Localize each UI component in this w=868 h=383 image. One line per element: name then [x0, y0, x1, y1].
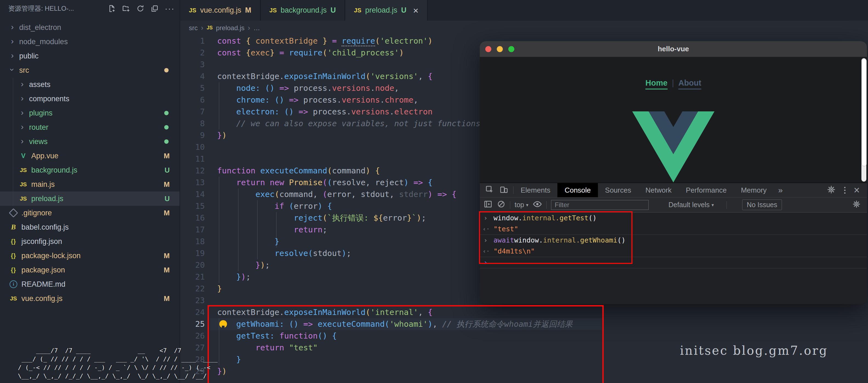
devtools-tab-network[interactable]: Network	[638, 183, 679, 197]
code-token: require	[342, 36, 375, 47]
code-token: {	[246, 36, 255, 46]
tree-item-label: App.vue	[31, 152, 58, 160]
code-token: (	[308, 248, 313, 258]
breadcrumb-separator: ›	[201, 24, 204, 32]
git-status-badge: M	[164, 209, 170, 217]
devtools-tab-memory[interactable]: Memory	[734, 183, 774, 197]
code-token: =	[327, 36, 342, 46]
devtools-tab-performance[interactable]: Performance	[679, 183, 734, 197]
close-icon[interactable]: ×	[413, 6, 418, 15]
tree-item-babel.config.js[interactable]: Bbabel.config.js	[0, 220, 180, 234]
chevron-right-icon: ›	[8, 22, 17, 32]
json-icon: {}	[11, 266, 16, 273]
code-token: ,	[418, 71, 428, 81]
code-text: }	[217, 236, 279, 247]
code-token	[217, 107, 236, 116]
code-token: }	[318, 36, 327, 46]
tree-item-node_modules[interactable]: ›node_modules	[0, 35, 180, 49]
code-token: (	[322, 48, 327, 57]
code-token: (	[322, 178, 327, 187]
line-number: 18	[180, 236, 205, 247]
code-token: (	[322, 189, 327, 199]
collapse-folders-icon[interactable]	[151, 4, 159, 12]
code-token: executeCommand	[260, 166, 327, 175]
page-scrollbar[interactable]	[861, 58, 866, 182]
more-tabs-icon[interactable]: »	[774, 183, 787, 197]
devtools-tab-console[interactable]: Console	[557, 183, 598, 197]
page-scrollbar-thumb[interactable]	[862, 59, 867, 166]
devtools-close-icon[interactable]: ×	[854, 185, 860, 195]
tree-item-dist_electron[interactable]: ›dist_electron	[0, 20, 180, 35]
breadcrumb-file[interactable]: preload.js	[216, 24, 245, 32]
code-token: {	[452, 189, 457, 199]
new-folder-icon[interactable]	[122, 4, 130, 12]
nav-link-about[interactable]: About	[678, 79, 701, 89]
devtools-settings-icon[interactable]	[827, 185, 836, 195]
tree-item-src[interactable]: ›src	[0, 63, 180, 77]
devtools-tab-sources[interactable]: Sources	[598, 183, 638, 197]
console-filter-input[interactable]	[551, 200, 649, 210]
console-sidebar-icon[interactable]	[484, 200, 492, 210]
code-token	[217, 213, 293, 223]
git-status-badge: M	[164, 252, 170, 260]
editor-tab-background.js[interactable]: JSbackground.jsU	[261, 0, 345, 21]
eye-icon[interactable]	[533, 200, 542, 210]
console-settings-icon[interactable]	[852, 200, 861, 210]
code-token: command	[332, 166, 366, 175]
devtools-tab-elements[interactable]: Elements	[514, 183, 557, 197]
tree-item-assets[interactable]: ›assets	[0, 77, 180, 92]
window-titlebar[interactable]: hello-vue	[480, 41, 867, 57]
tree-item-background.js[interactable]: JSbackground.jsU	[0, 163, 180, 177]
code-token: (	[366, 71, 370, 81]
inspect-element-icon[interactable]	[485, 185, 494, 195]
no-issues-badge[interactable]: No Issues	[742, 200, 782, 210]
editor-tab-vue.config.js[interactable]: JSvue.config.jsM	[180, 0, 261, 21]
chevron-right-icon: ›	[18, 93, 26, 103]
info-file-icon: i	[8, 281, 19, 288]
refresh-icon[interactable]	[136, 4, 145, 12]
code-token: electron	[394, 107, 433, 116]
tree-item-components[interactable]: ›components	[0, 92, 180, 106]
tree-item-main.js[interactable]: JSmain.jsM	[0, 177, 180, 192]
chevron-right-icon: ›	[18, 79, 26, 89]
devtools-menu-icon[interactable]	[844, 187, 845, 194]
credit-watermark: initsec blog.gm7.org	[680, 344, 828, 357]
tree-item-README.md[interactable]: iREADME.md	[0, 277, 180, 291]
new-file-icon[interactable]	[108, 4, 116, 12]
tree-item-.gitignore[interactable]: .gitignoreM	[0, 206, 180, 220]
tree-item-App.vue[interactable]: VApp.vueM	[0, 149, 180, 163]
line-number: 20	[180, 259, 205, 271]
tree-item-public[interactable]: ›public	[0, 49, 180, 63]
context-selector[interactable]: top ▾	[515, 201, 528, 209]
tree-item-package.json[interactable]: {}package.jsonM	[0, 263, 180, 277]
code-token: =>	[408, 178, 428, 187]
editor-tab-preload.js[interactable]: JSpreload.jsU×	[345, 0, 428, 21]
code-token: electron:	[236, 107, 284, 116]
tree-item-views[interactable]: ›views	[0, 135, 180, 149]
breadcrumb-symbol[interactable]: …	[253, 24, 260, 32]
js-file-icon: JS	[207, 25, 213, 31]
code-token: }	[236, 272, 241, 282]
clear-console-icon[interactable]	[497, 200, 505, 210]
tree-item-router[interactable]: ›router	[0, 120, 180, 135]
breadcrumb-folder[interactable]: src	[189, 24, 198, 32]
nav-link-home[interactable]: Home	[645, 79, 668, 89]
code-token: (	[322, 213, 327, 223]
tree-item-label: views	[29, 138, 48, 146]
device-toolbar-icon[interactable]	[499, 185, 508, 195]
breadcrumb[interactable]: src › JS preload.js › …	[180, 21, 868, 35]
code-token: =>	[275, 83, 294, 93]
more-actions-icon[interactable]: ···	[165, 6, 175, 11]
tree-item-plugins[interactable]: ›plugins	[0, 106, 180, 120]
tree-item-package-lock.json[interactable]: {}package-lock.jsonM	[0, 248, 180, 263]
tree-item-label: assets	[29, 80, 51, 89]
tree-item-preload.js[interactable]: JSpreload.jsU	[0, 192, 180, 206]
line-number: 2	[180, 47, 205, 59]
tree-item-label: README.md	[21, 280, 65, 289]
chevron-right-icon: ›	[18, 122, 26, 131]
tree-item-jsconfig.json[interactable]: {}jsconfig.json	[0, 234, 180, 248]
code-token: 'versions'	[370, 71, 418, 81]
log-levels-dropdown[interactable]: Default levels ▾	[669, 201, 714, 209]
tree-indent-guide	[13, 78, 13, 206]
tree-item-vue.config.js[interactable]: JSvue.config.jsM	[0, 291, 180, 306]
